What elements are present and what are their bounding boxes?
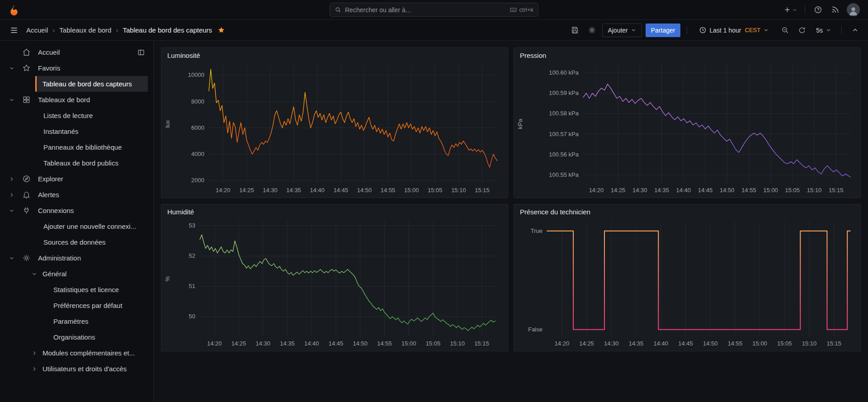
svg-text:100.56 kPa: 100.56 kPa: [549, 151, 579, 158]
favorite-star-icon[interactable]: [217, 26, 225, 34]
share-button[interactable]: Partager: [646, 24, 681, 37]
svg-text:6000: 6000: [191, 124, 204, 131]
undock-menu-button[interactable]: [137, 48, 145, 57]
breadcrumb-accueil[interactable]: Accueil: [26, 26, 48, 34]
help-button[interactable]: [811, 3, 825, 17]
mega-menu-toggle[interactable]: [6, 23, 22, 38]
svg-text:14:35: 14:35: [654, 187, 669, 194]
sidebar-item-favoris[interactable]: Favoris: [0, 60, 153, 76]
pression-chart[interactable]: 14:2014:2514:3014:3514:4014:4514:5014:55…: [516, 60, 857, 196]
sidebar-mega-menu: Accueil Favoris Tableau de bord des capt…: [0, 41, 154, 402]
sidebar-item-preferences-par-defaut[interactable]: Préférences par défaut: [0, 298, 153, 313]
panel-header[interactable]: Pression: [514, 48, 860, 60]
panel-title: Présence du technicien: [520, 208, 854, 216]
svg-text:14:50: 14:50: [720, 187, 735, 194]
svg-text:15:05: 15:05: [428, 187, 443, 194]
svg-text:14:25: 14:25: [611, 187, 626, 194]
sidebar-item-accueil[interactable]: Accueil: [0, 44, 153, 60]
panel-header[interactable]: Luminosité: [161, 48, 508, 60]
chevron-down-icon[interactable]: [8, 96, 15, 104]
svg-text:14:30: 14:30: [604, 340, 619, 347]
sidebar-item-tableaux-de-bord-publics[interactable]: Tableaux de bord publics: [0, 155, 153, 171]
save-dashboard-button[interactable]: [568, 24, 581, 37]
chevron-down-icon: [631, 27, 637, 33]
chevron-right-icon[interactable]: [8, 175, 15, 183]
luminosite-chart[interactable]: 14:2014:2514:3014:3514:4014:4514:5014:55…: [163, 60, 504, 196]
sidebar-item-explorer[interactable]: Explorer: [0, 171, 153, 187]
sidebar-item-ajouter-connexion[interactable]: Ajouter une nouvelle connexi...: [0, 218, 153, 234]
svg-text:51: 51: [189, 283, 195, 289]
refresh-button[interactable]: [795, 24, 809, 37]
svg-text:14:55: 14:55: [381, 187, 396, 194]
panel-header[interactable]: Présence du technicien: [514, 204, 860, 217]
sidebar-item-label: Alertes: [38, 191, 59, 199]
refresh-interval-picker[interactable]: 5s: [812, 24, 835, 37]
chevron-right-icon[interactable]: [31, 350, 38, 357]
sidebar-item-connexions[interactable]: Connexions: [0, 203, 153, 218]
sidebar-item-modules-complementaires[interactable]: Modules complémentaires et...: [0, 345, 153, 361]
new-menu-button[interactable]: [782, 3, 799, 17]
search-input[interactable]: Rechercher ou aller à... ctrl+k: [330, 3, 538, 17]
svg-text:14:20: 14:20: [555, 340, 570, 347]
breadcrumb-separator: ›: [52, 26, 55, 34]
svg-text:14:40: 14:40: [304, 340, 319, 347]
sidebar-item-administration[interactable]: Administration: [0, 250, 153, 266]
chevron-down-icon[interactable]: [8, 255, 15, 262]
sidebar-item-label: Tableaux de bord: [38, 96, 90, 104]
sidebar-item-parametres[interactable]: Paramètres: [0, 313, 153, 329]
chevron-down-icon: [763, 27, 769, 33]
presence-technicien-chart[interactable]: 14:2014:2514:3014:3514:4014:4514:5014:55…: [516, 217, 857, 349]
svg-text:50: 50: [189, 313, 195, 320]
dashboard-settings-button[interactable]: [585, 24, 599, 37]
svg-text:14:30: 14:30: [632, 187, 647, 194]
svg-text:14:50: 14:50: [703, 340, 718, 347]
search-placeholder: Rechercher ou aller à...: [345, 6, 509, 14]
dashboard-toolbar: Accueil › Tableaux de bord › Tableau de …: [0, 20, 868, 41]
breadcrumb-tableaux-de-bord[interactable]: Tableaux de bord: [59, 26, 111, 34]
sidebar-item-general[interactable]: Général: [0, 266, 153, 282]
topbar-actions: [782, 3, 860, 17]
chevron-down-icon[interactable]: [8, 207, 15, 214]
sidebar-item-alertes[interactable]: Alertes: [0, 187, 153, 203]
search-shortcut-text: ctrl+k: [519, 6, 533, 13]
panel-body: 14:2014:2514:3014:3514:4014:4514:5014:55…: [514, 217, 860, 351]
share-label: Partager: [651, 27, 675, 34]
svg-text:14:20: 14:20: [589, 187, 604, 194]
news-button[interactable]: [828, 3, 842, 17]
svg-text:14:45: 14:45: [698, 187, 713, 194]
panel-header[interactable]: Humidité: [161, 204, 508, 217]
toolbar-divider: [687, 26, 687, 34]
sidebar-item-statistiques-et-licence[interactable]: Statistiques et licence: [0, 282, 153, 298]
sidebar-item-utilisateurs-et-droits[interactable]: Utilisateurs et droits d'accès: [0, 361, 153, 377]
svg-text:14:55: 14:55: [741, 187, 756, 194]
chevron-right-icon[interactable]: [8, 191, 15, 199]
chevron-right-icon[interactable]: [31, 365, 38, 373]
svg-text:14:55: 14:55: [728, 340, 743, 347]
timezone-label: CEST: [745, 27, 761, 33]
sidebar-item-listes-de-lecture[interactable]: Listes de lecture: [0, 108, 153, 123]
sidebar-item-instantanes[interactable]: Instantanés: [0, 123, 153, 139]
humidite-chart[interactable]: 14:2014:2514:3014:3514:4014:4514:5014:55…: [163, 217, 504, 349]
sidebar-item-label: Listes de lecture: [43, 112, 93, 119]
time-range-picker[interactable]: Last 1 hour CEST: [693, 24, 774, 37]
sidebar-item-tableaux-de-bord[interactable]: Tableaux de bord: [0, 92, 153, 108]
user-avatar[interactable]: [847, 3, 860, 16]
sidebar-item-panneaux-de-bibliotheque[interactable]: Panneaux de bibliothèque: [0, 139, 153, 155]
chevron-down-icon[interactable]: [8, 65, 15, 72]
svg-text:14:25: 14:25: [579, 340, 594, 347]
time-range-label: Last 1 hour: [709, 27, 741, 34]
svg-text:15:05: 15:05: [785, 187, 800, 194]
sidebar-item-organisations[interactable]: Organisations: [0, 329, 153, 345]
collapse-toolbar-button[interactable]: [848, 24, 862, 37]
sidebar-item-label: Ajouter une nouvelle connexi...: [43, 222, 136, 230]
sidebar-item-tableau-de-bord-des-capteurs[interactable]: Tableau de bord des capteurs: [35, 76, 148, 92]
sidebar-item-sources-de-donnees[interactable]: Sources de données: [0, 234, 153, 250]
svg-text:15:00: 15:00: [752, 340, 767, 347]
grafana-app: Rechercher ou aller à... ctrl+k: [0, 0, 868, 402]
chevron-down-icon[interactable]: [31, 270, 38, 278]
zoom-out-time-button[interactable]: [778, 24, 792, 37]
sidebar-item-label: Favoris: [38, 64, 60, 72]
add-panel-button[interactable]: Ajouter: [602, 24, 642, 37]
sidebar-item-label: Utilisateurs et droits d'accès: [42, 365, 127, 373]
grafana-logo[interactable]: [8, 4, 20, 16]
